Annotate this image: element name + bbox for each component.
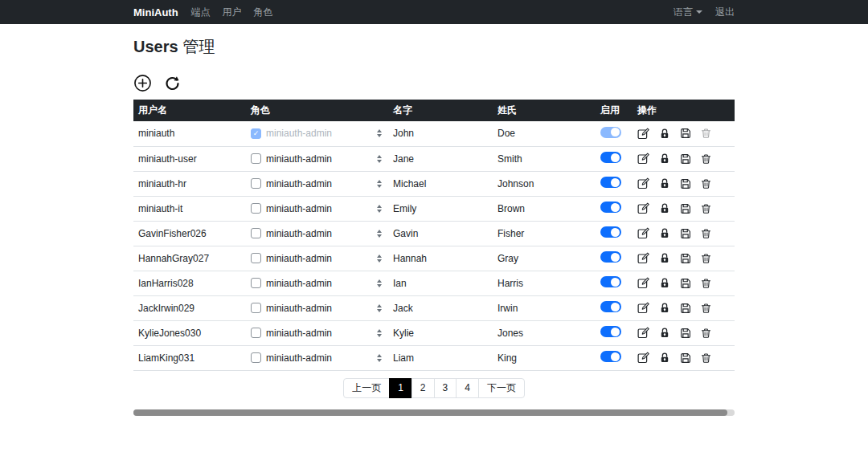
enabled-toggle[interactable] [600, 152, 621, 163]
enabled-toggle[interactable] [600, 326, 621, 337]
spinner-down-icon[interactable] [377, 210, 382, 213]
pagination-page-1[interactable]: 1 [389, 378, 412, 399]
edit-button[interactable] [637, 277, 649, 289]
edit-button[interactable] [637, 153, 649, 165]
enabled-toggle[interactable] [600, 202, 621, 213]
horizontal-scrollbar-thumb[interactable] [133, 409, 727, 416]
delete-button[interactable] [701, 278, 711, 289]
brand-miniauth[interactable]: MiniAuth [133, 6, 178, 18]
role-spinner[interactable] [377, 155, 383, 163]
spinner-up-icon[interactable] [377, 230, 382, 233]
save-button[interactable] [680, 253, 691, 264]
reset-password-button[interactable] [659, 252, 670, 264]
role-checkbox[interactable] [251, 153, 261, 164]
reset-password-button[interactable] [659, 277, 670, 289]
role-checkbox[interactable] [251, 203, 261, 214]
edit-button[interactable] [637, 252, 649, 264]
reset-password-button[interactable] [659, 302, 670, 314]
role-spinner[interactable] [377, 230, 383, 238]
edit-button[interactable] [637, 128, 649, 140]
delete-button[interactable] [701, 303, 711, 314]
role-spinner[interactable] [377, 180, 383, 188]
spinner-down-icon[interactable] [377, 334, 382, 337]
save-button[interactable] [680, 203, 691, 214]
role-spinner[interactable] [377, 205, 383, 213]
spinner-up-icon[interactable] [377, 279, 382, 283]
pagination-page-4[interactable]: 4 [456, 378, 479, 399]
reset-password-button[interactable] [659, 352, 670, 364]
role-checkbox[interactable] [251, 178, 261, 189]
role-checkbox[interactable] [251, 328, 261, 338]
spinner-down-icon[interactable] [377, 160, 382, 163]
refresh-button[interactable] [164, 75, 181, 92]
role-spinner[interactable] [377, 304, 383, 312]
delete-button[interactable] [701, 228, 711, 239]
pagination-page-2[interactable]: 2 [411, 378, 435, 399]
nav-item-endpoints[interactable]: 端点 [191, 6, 211, 19]
spinner-up-icon[interactable] [377, 180, 382, 183]
spinner-up-icon[interactable] [377, 255, 382, 258]
edit-button[interactable] [637, 202, 649, 214]
nav-item-users[interactable]: 用户 [223, 6, 242, 19]
save-button[interactable] [680, 128, 691, 139]
spinner-down-icon[interactable] [377, 259, 382, 263]
role-checkbox[interactable] [251, 128, 261, 139]
edit-button[interactable] [637, 227, 649, 239]
edit-button[interactable] [637, 327, 649, 339]
delete-button[interactable] [701, 153, 711, 165]
reset-password-button[interactable] [659, 128, 670, 140]
add-user-button[interactable] [133, 74, 152, 92]
role-spinner[interactable] [377, 329, 383, 337]
role-checkbox[interactable] [251, 278, 261, 288]
save-button[interactable] [680, 228, 691, 239]
spinner-down-icon[interactable] [377, 284, 382, 287]
edit-button[interactable] [637, 177, 649, 189]
enabled-toggle[interactable] [600, 301, 621, 312]
delete-button[interactable] [701, 328, 711, 339]
edit-button[interactable] [637, 352, 649, 364]
save-button[interactable] [680, 328, 691, 339]
spinner-up-icon[interactable] [377, 329, 382, 332]
delete-button[interactable] [701, 128, 711, 139]
role-checkbox[interactable] [251, 303, 261, 313]
logout-link[interactable]: 退出 [715, 6, 735, 19]
pagination-prev[interactable]: 上一页 [343, 378, 390, 399]
enabled-toggle[interactable] [600, 351, 621, 362]
spinner-down-icon[interactable] [377, 309, 382, 312]
role-spinner[interactable] [377, 354, 383, 362]
spinner-down-icon[interactable] [377, 185, 382, 188]
role-checkbox[interactable] [251, 352, 261, 363]
reset-password-button[interactable] [659, 327, 670, 339]
enabled-toggle[interactable] [600, 226, 621, 238]
reset-password-button[interactable] [659, 177, 670, 189]
enabled-toggle[interactable] [600, 251, 621, 263]
role-checkbox[interactable] [251, 228, 261, 238]
horizontal-scrollbar-track[interactable] [133, 409, 735, 416]
spinner-up-icon[interactable] [377, 129, 382, 132]
edit-button[interactable] [637, 302, 649, 314]
spinner-up-icon[interactable] [377, 205, 382, 208]
role-checkbox[interactable] [251, 253, 261, 263]
enabled-toggle[interactable] [600, 276, 621, 287]
reset-password-button[interactable] [659, 227, 670, 239]
nav-item-roles[interactable]: 角色 [254, 6, 273, 19]
save-button[interactable] [680, 352, 691, 364]
delete-button[interactable] [701, 203, 711, 214]
language-dropdown[interactable]: 语言 [674, 6, 702, 19]
enabled-toggle[interactable] [600, 127, 621, 138]
spinner-down-icon[interactable] [377, 234, 382, 238]
spinner-down-icon[interactable] [377, 134, 382, 137]
reset-password-button[interactable] [659, 153, 670, 165]
delete-button[interactable] [701, 178, 711, 189]
spinner-up-icon[interactable] [377, 155, 382, 158]
pagination-page-3[interactable]: 3 [434, 378, 457, 399]
save-button[interactable] [680, 178, 691, 189]
delete-button[interactable] [701, 253, 711, 264]
spinner-up-icon[interactable] [377, 304, 382, 307]
save-button[interactable] [680, 303, 691, 314]
role-spinner[interactable] [377, 255, 383, 263]
role-spinner[interactable] [377, 279, 383, 287]
reset-password-button[interactable] [659, 202, 670, 214]
spinner-down-icon[interactable] [377, 359, 382, 362]
spinner-up-icon[interactable] [377, 354, 382, 357]
